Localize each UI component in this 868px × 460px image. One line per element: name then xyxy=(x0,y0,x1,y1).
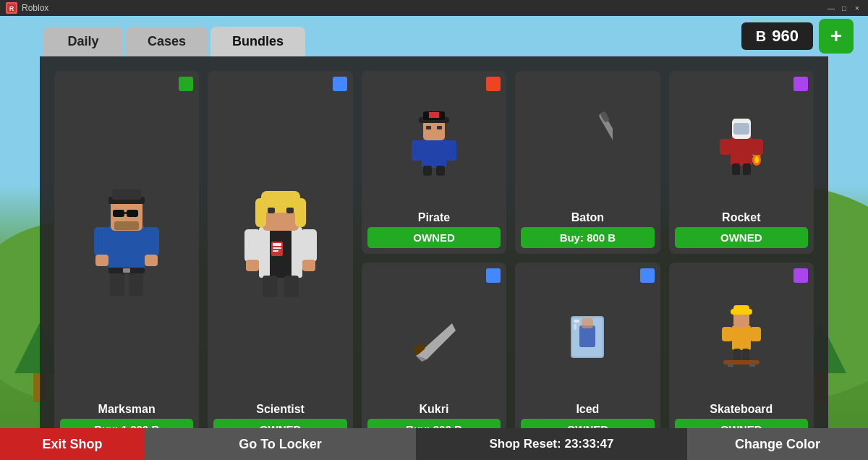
window-chrome: R Roblox — □ × xyxy=(0,0,868,16)
svg-rect-59 xyxy=(732,163,740,175)
maximize-button[interactable]: □ xyxy=(839,3,849,13)
svg-rect-27 xyxy=(261,191,300,213)
bottom-bar: Exit Shop Go To Locker Shop Reset: 23:33… xyxy=(0,428,868,460)
baton-image xyxy=(521,77,654,211)
tab-bundles[interactable]: Bundles xyxy=(210,27,305,56)
reset-timer: 23:33:47 xyxy=(564,437,613,451)
svg-rect-30 xyxy=(268,208,275,213)
svg-rect-68 xyxy=(574,320,579,323)
svg-rect-9 xyxy=(114,221,139,230)
svg-rect-17 xyxy=(123,268,130,273)
svg-rect-23 xyxy=(273,243,281,246)
iced-name: Iced xyxy=(576,403,599,416)
app-icon: R xyxy=(6,2,17,14)
svg-rect-15 xyxy=(129,271,143,296)
svg-rect-2 xyxy=(109,226,145,273)
svg-rect-25 xyxy=(273,250,278,252)
rocket-owned-button[interactable]: OWNED xyxy=(675,227,808,248)
item-skateboard[interactable]: Skateboard OWNED xyxy=(669,263,814,446)
svg-rect-36 xyxy=(263,276,277,297)
item-scientist[interactable]: Scientist OWNED xyxy=(208,71,352,446)
svg-marker-61 xyxy=(416,323,456,359)
window-title: Roblox xyxy=(22,3,826,13)
svg-rect-57 xyxy=(720,139,731,155)
skateboard-color-dot xyxy=(793,268,808,283)
item-kukri[interactable]: Kukri Buy: 900 B xyxy=(362,263,506,446)
rocket-image xyxy=(675,77,808,211)
svg-text:R: R xyxy=(9,5,14,12)
svg-rect-77 xyxy=(742,349,749,362)
marksman-color-dot xyxy=(179,77,193,91)
pirate-color-dot xyxy=(486,77,501,91)
iced-image xyxy=(521,268,654,403)
svg-rect-37 xyxy=(284,276,299,297)
svg-point-56 xyxy=(754,156,759,163)
marksman-image xyxy=(60,77,193,403)
shop-container: Daily Cases Bundles B 960 + xyxy=(0,16,868,460)
svg-rect-6 xyxy=(124,212,127,214)
svg-rect-75 xyxy=(750,327,761,341)
svg-rect-8 xyxy=(112,189,141,200)
svg-rect-13 xyxy=(145,255,158,266)
svg-rect-43 xyxy=(426,126,431,129)
tab-bar: Daily Cases Bundles xyxy=(0,16,352,56)
skateboard-image xyxy=(675,268,808,403)
svg-rect-24 xyxy=(273,247,281,249)
shop-reset-info: Shop Reset: 23:33:47 xyxy=(416,428,687,460)
svg-rect-60 xyxy=(743,163,751,175)
kukri-name: Kukri xyxy=(420,403,449,416)
svg-rect-20 xyxy=(259,227,270,278)
svg-rect-44 xyxy=(437,126,442,129)
svg-rect-28 xyxy=(255,198,266,227)
svg-rect-5 xyxy=(127,210,138,217)
svg-rect-14 xyxy=(110,271,124,296)
svg-rect-46 xyxy=(446,140,456,161)
currency-bar: B 960 + xyxy=(741,19,854,56)
exit-shop-button[interactable]: Exit Shop xyxy=(0,428,145,460)
tab-daily[interactable]: Daily xyxy=(43,27,123,56)
svg-rect-38 xyxy=(422,139,446,168)
svg-rect-29 xyxy=(295,198,306,227)
svg-rect-31 xyxy=(286,208,294,213)
item-baton[interactable]: Baton Buy: 800 B xyxy=(515,71,660,254)
svg-rect-69 xyxy=(574,324,576,330)
svg-rect-39 xyxy=(423,120,445,140)
reset-label: Shop Reset: xyxy=(490,437,561,451)
tab-cases[interactable]: Cases xyxy=(126,27,208,56)
item-rocket[interactable]: Rocket OWNED xyxy=(669,71,814,254)
pirate-owned-button[interactable]: OWNED xyxy=(367,227,501,248)
svg-rect-33 xyxy=(301,229,317,262)
pirate-image xyxy=(367,77,501,211)
change-color-button[interactable]: Change Color xyxy=(687,428,868,460)
svg-rect-76 xyxy=(733,349,741,362)
baton-name: Baton xyxy=(571,211,604,224)
pirate-name: Pirate xyxy=(418,211,450,224)
svg-rect-45 xyxy=(412,140,422,161)
item-pirate[interactable]: Pirate OWNED xyxy=(362,71,506,254)
item-marksman[interactable]: Marksman Buy: 1,200 B xyxy=(54,71,199,446)
scientist-name: Scientist xyxy=(256,403,305,416)
iced-color-dot xyxy=(640,268,655,283)
window-controls: — □ × xyxy=(826,3,862,13)
currency-amount: 960 xyxy=(772,27,799,46)
go-to-locker-button[interactable]: Go To Locker xyxy=(145,428,416,460)
svg-rect-4 xyxy=(113,210,124,217)
baton-buy-button[interactable]: Buy: 800 B xyxy=(521,227,654,248)
svg-rect-67 xyxy=(582,318,593,328)
svg-rect-48 xyxy=(436,166,445,176)
close-button[interactable]: × xyxy=(852,3,862,13)
kukri-image xyxy=(367,268,501,403)
item-iced[interactable]: Iced OWNED xyxy=(515,263,660,446)
add-currency-button[interactable]: + xyxy=(819,19,854,54)
svg-rect-74 xyxy=(722,327,733,341)
currency-symbol: B xyxy=(756,28,766,45)
rocket-color-dot xyxy=(793,77,808,91)
minimize-button[interactable]: — xyxy=(826,3,836,13)
svg-rect-32 xyxy=(244,229,260,262)
marksman-name: Marksman xyxy=(98,403,156,416)
kukri-color-dot xyxy=(486,268,501,283)
svg-rect-42 xyxy=(429,112,439,118)
svg-rect-73 xyxy=(733,305,749,312)
svg-rect-11 xyxy=(143,227,159,256)
svg-rect-34 xyxy=(246,260,259,271)
